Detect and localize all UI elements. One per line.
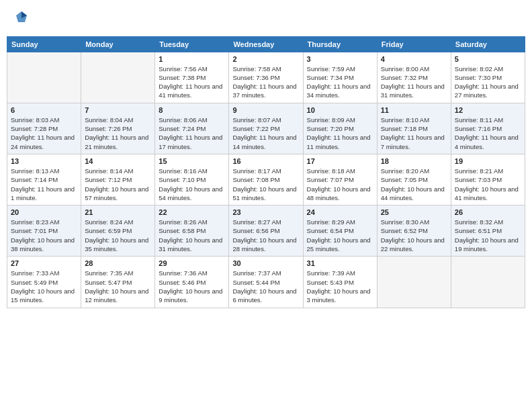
day-number: 2 xyxy=(232,55,299,63)
day-number: 26 xyxy=(455,208,521,216)
day-number: 28 xyxy=(85,259,151,267)
calendar-cell: 24Sunrise: 8:29 AM Sunset: 6:54 PM Dayli… xyxy=(303,205,377,257)
day-info: Sunrise: 8:18 AM Sunset: 7:07 PM Dayligh… xyxy=(307,167,373,202)
weekday-header-sunday: Sunday xyxy=(7,36,81,52)
day-number: 29 xyxy=(159,259,225,267)
day-number: 17 xyxy=(307,157,373,165)
logo xyxy=(13,10,28,28)
calendar-cell: 27Sunrise: 7:33 AM Sunset: 5:49 PM Dayli… xyxy=(7,257,81,308)
calendar-cell xyxy=(81,52,155,103)
calendar-cell: 18Sunrise: 8:20 AM Sunset: 7:05 PM Dayli… xyxy=(377,154,451,205)
weekday-header-friday: Friday xyxy=(377,36,451,52)
day-info: Sunrise: 8:24 AM Sunset: 6:59 PM Dayligh… xyxy=(85,218,151,253)
logo-text xyxy=(13,10,28,28)
day-number: 30 xyxy=(232,259,299,267)
day-info: Sunrise: 8:23 AM Sunset: 7:01 PM Dayligh… xyxy=(11,218,77,253)
calendar-cell: 3Sunrise: 7:59 AM Sunset: 7:34 PM Daylig… xyxy=(303,52,377,103)
day-info: Sunrise: 7:39 AM Sunset: 5:43 PM Dayligh… xyxy=(307,269,373,304)
calendar-cell: 4Sunrise: 8:00 AM Sunset: 7:32 PM Daylig… xyxy=(377,52,451,103)
day-number: 22 xyxy=(159,208,225,216)
calendar-cell: 30Sunrise: 7:37 AM Sunset: 5:44 PM Dayli… xyxy=(229,257,303,308)
day-number: 8 xyxy=(159,106,225,114)
day-number: 13 xyxy=(11,157,77,165)
day-info: Sunrise: 7:59 AM Sunset: 7:34 PM Dayligh… xyxy=(307,64,373,100)
day-info: Sunrise: 8:14 AM Sunset: 7:12 PM Dayligh… xyxy=(85,167,151,202)
weekday-header-monday: Monday xyxy=(81,36,155,52)
calendar-cell: 6Sunrise: 8:03 AM Sunset: 7:28 PM Daylig… xyxy=(7,103,81,154)
day-number: 11 xyxy=(381,106,447,114)
day-info: Sunrise: 8:29 AM Sunset: 6:54 PM Dayligh… xyxy=(307,218,373,253)
day-number: 10 xyxy=(307,106,373,114)
weekday-header-thursday: Thursday xyxy=(303,36,377,52)
day-info: Sunrise: 8:10 AM Sunset: 7:18 PM Dayligh… xyxy=(381,116,447,151)
weekday-header-tuesday: Tuesday xyxy=(155,36,229,52)
day-info: Sunrise: 7:37 AM Sunset: 5:44 PM Dayligh… xyxy=(232,269,299,304)
weekday-header-saturday: Saturday xyxy=(451,36,525,52)
day-info: Sunrise: 8:00 AM Sunset: 7:32 PM Dayligh… xyxy=(381,64,447,100)
calendar-cell: 22Sunrise: 8:26 AM Sunset: 6:58 PM Dayli… xyxy=(155,205,229,257)
calendar-cell: 26Sunrise: 8:32 AM Sunset: 6:51 PM Dayli… xyxy=(451,205,525,257)
day-info: Sunrise: 8:27 AM Sunset: 6:56 PM Dayligh… xyxy=(232,218,299,253)
calendar-week-row: 20Sunrise: 8:23 AM Sunset: 7:01 PM Dayli… xyxy=(7,205,525,257)
day-number: 15 xyxy=(159,157,225,165)
day-number: 18 xyxy=(381,157,447,165)
day-number: 24 xyxy=(307,208,373,216)
calendar-cell: 1Sunrise: 7:56 AM Sunset: 7:38 PM Daylig… xyxy=(155,52,229,103)
logo-icon xyxy=(15,10,28,24)
day-info: Sunrise: 8:04 AM Sunset: 7:26 PM Dayligh… xyxy=(85,116,151,151)
calendar-cell: 11Sunrise: 8:10 AM Sunset: 7:18 PM Dayli… xyxy=(377,103,451,154)
day-info: Sunrise: 7:35 AM Sunset: 5:47 PM Dayligh… xyxy=(85,269,151,304)
calendar-cell: 12Sunrise: 8:11 AM Sunset: 7:16 PM Dayli… xyxy=(451,103,525,154)
day-info: Sunrise: 8:11 AM Sunset: 7:16 PM Dayligh… xyxy=(455,116,521,151)
calendar-week-row: 6Sunrise: 8:03 AM Sunset: 7:28 PM Daylig… xyxy=(7,103,525,154)
day-number: 4 xyxy=(381,55,447,63)
calendar-cell: 14Sunrise: 8:14 AM Sunset: 7:12 PM Dayli… xyxy=(81,154,155,205)
day-info: Sunrise: 8:20 AM Sunset: 7:05 PM Dayligh… xyxy=(381,167,447,202)
day-info: Sunrise: 8:06 AM Sunset: 7:24 PM Dayligh… xyxy=(159,116,225,151)
day-number: 1 xyxy=(159,55,225,63)
calendar-header-row: SundayMondayTuesdayWednesdayThursdayFrid… xyxy=(7,36,525,52)
day-number: 25 xyxy=(381,208,447,216)
calendar-cell: 7Sunrise: 8:04 AM Sunset: 7:26 PM Daylig… xyxy=(81,103,155,154)
calendar-week-row: 1Sunrise: 7:56 AM Sunset: 7:38 PM Daylig… xyxy=(7,52,525,103)
day-number: 16 xyxy=(232,157,299,165)
day-info: Sunrise: 7:58 AM Sunset: 7:36 PM Dayligh… xyxy=(232,64,299,100)
day-number: 3 xyxy=(307,55,373,63)
calendar-cell: 9Sunrise: 8:07 AM Sunset: 7:22 PM Daylig… xyxy=(229,103,303,154)
calendar-cell: 23Sunrise: 8:27 AM Sunset: 6:56 PM Dayli… xyxy=(229,205,303,257)
calendar-cell xyxy=(377,257,451,308)
calendar-cell: 8Sunrise: 8:06 AM Sunset: 7:24 PM Daylig… xyxy=(155,103,229,154)
calendar-cell: 21Sunrise: 8:24 AM Sunset: 6:59 PM Dayli… xyxy=(81,205,155,257)
calendar-week-row: 27Sunrise: 7:33 AM Sunset: 5:49 PM Dayli… xyxy=(7,257,525,308)
day-info: Sunrise: 8:21 AM Sunset: 7:03 PM Dayligh… xyxy=(455,167,521,202)
day-number: 27 xyxy=(11,259,77,267)
day-info: Sunrise: 8:02 AM Sunset: 7:30 PM Dayligh… xyxy=(455,64,521,100)
day-number: 31 xyxy=(307,259,373,267)
day-number: 7 xyxy=(85,106,151,114)
day-number: 23 xyxy=(232,208,299,216)
day-info: Sunrise: 8:32 AM Sunset: 6:51 PM Dayligh… xyxy=(455,218,521,253)
calendar-cell: 13Sunrise: 8:13 AM Sunset: 7:14 PM Dayli… xyxy=(7,154,81,205)
calendar-table: SundayMondayTuesdayWednesdayThursdayFrid… xyxy=(7,36,525,308)
calendar-cell: 17Sunrise: 8:18 AM Sunset: 7:07 PM Dayli… xyxy=(303,154,377,205)
day-info: Sunrise: 8:17 AM Sunset: 7:08 PM Dayligh… xyxy=(232,167,299,202)
calendar-cell: 19Sunrise: 8:21 AM Sunset: 7:03 PM Dayli… xyxy=(451,154,525,205)
calendar-cell: 5Sunrise: 8:02 AM Sunset: 7:30 PM Daylig… xyxy=(451,52,525,103)
day-info: Sunrise: 8:07 AM Sunset: 7:22 PM Dayligh… xyxy=(232,116,299,151)
day-info: Sunrise: 7:36 AM Sunset: 5:46 PM Dayligh… xyxy=(159,269,225,304)
day-number: 21 xyxy=(85,208,151,216)
calendar-cell xyxy=(451,257,525,308)
calendar-cell: 28Sunrise: 7:35 AM Sunset: 5:47 PM Dayli… xyxy=(81,257,155,308)
calendar-cell: 10Sunrise: 8:09 AM Sunset: 7:20 PM Dayli… xyxy=(303,103,377,154)
day-info: Sunrise: 7:56 AM Sunset: 7:38 PM Dayligh… xyxy=(159,64,225,100)
calendar-week-row: 13Sunrise: 8:13 AM Sunset: 7:14 PM Dayli… xyxy=(7,154,525,205)
weekday-header-wednesday: Wednesday xyxy=(229,36,303,52)
day-number: 20 xyxy=(11,208,77,216)
day-number: 19 xyxy=(455,157,521,165)
calendar-cell: 20Sunrise: 8:23 AM Sunset: 7:01 PM Dayli… xyxy=(7,205,81,257)
calendar-cell: 15Sunrise: 8:16 AM Sunset: 7:10 PM Dayli… xyxy=(155,154,229,205)
calendar-cell: 2Sunrise: 7:58 AM Sunset: 7:36 PM Daylig… xyxy=(229,52,303,103)
day-info: Sunrise: 8:09 AM Sunset: 7:20 PM Dayligh… xyxy=(307,116,373,151)
calendar-cell: 29Sunrise: 7:36 AM Sunset: 5:46 PM Dayli… xyxy=(155,257,229,308)
calendar-cell: 16Sunrise: 8:17 AM Sunset: 7:08 PM Dayli… xyxy=(229,154,303,205)
